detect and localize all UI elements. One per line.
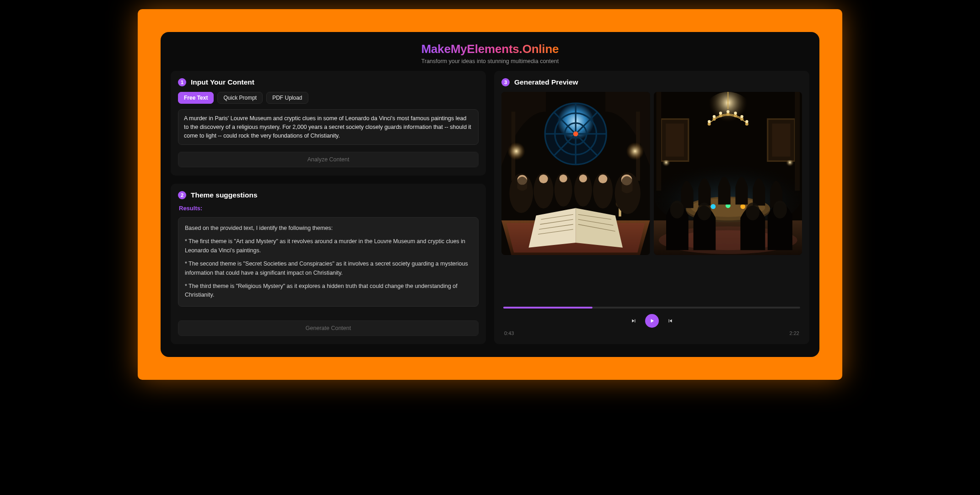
preview-panel-title: Generated Preview <box>514 78 578 86</box>
progress-fill <box>503 307 592 309</box>
svg-point-58 <box>712 115 715 118</box>
svg-point-62 <box>727 110 729 113</box>
svg-rect-42 <box>665 123 684 156</box>
preview-images <box>501 92 802 255</box>
svg-point-50 <box>745 123 748 125</box>
time-elapsed: 0:43 <box>504 330 514 336</box>
analyze-button[interactable]: Analyze Content <box>178 152 479 167</box>
prev-button[interactable] <box>630 317 638 325</box>
svg-point-37 <box>579 175 587 182</box>
svg-point-52 <box>740 118 743 120</box>
input-panel-title: Input Your Content <box>191 78 254 86</box>
theme-2: * The second theme is "Secret Societies … <box>185 260 472 277</box>
svg-point-38 <box>598 175 607 183</box>
svg-point-54 <box>734 114 736 117</box>
svg-point-35 <box>539 175 548 183</box>
step-badge-3: 3 <box>501 78 510 86</box>
svg-point-56 <box>707 120 710 123</box>
svg-point-72 <box>711 204 716 209</box>
svg-rect-44 <box>772 123 790 156</box>
progress-track[interactable] <box>503 307 800 309</box>
svg-point-36 <box>560 175 567 182</box>
svg-point-53 <box>719 114 722 117</box>
audio-player: 0:43 2:22 <box>501 307 802 336</box>
svg-point-75 <box>670 201 684 218</box>
preview-image-2[interactable] <box>654 92 802 255</box>
step-badge-1: 1 <box>178 78 186 86</box>
header: MakeMyElements.Online Transform your ide… <box>171 42 809 64</box>
svg-point-13 <box>626 142 644 160</box>
svg-point-60 <box>719 112 722 114</box>
themes-panel-title: Theme suggestions <box>191 191 258 199</box>
svg-point-68 <box>673 230 782 250</box>
svg-point-77 <box>746 202 759 220</box>
themes-panel: 2 Theme suggestions Results: Based on th… <box>171 184 486 344</box>
svg-point-57 <box>745 120 748 123</box>
theme-3: * The third theme is "Religious Mystery"… <box>185 282 472 300</box>
svg-point-51 <box>713 118 715 120</box>
generate-button[interactable]: Generate Content <box>178 320 479 336</box>
results-box: Based on the provided text, I identify t… <box>178 217 479 307</box>
time-total: 2:22 <box>790 330 799 336</box>
preview-panel: 3 Generated Preview <box>494 71 809 344</box>
app-title: MakeMyElements.Online <box>421 42 559 56</box>
tab-quick-prompt[interactable]: Quick Prompt <box>217 92 263 104</box>
svg-point-78 <box>773 201 786 218</box>
step-badge-2: 2 <box>178 191 186 199</box>
play-button[interactable] <box>645 314 659 328</box>
tab-pdf-upload[interactable]: PDF Upload <box>266 92 308 104</box>
svg-point-12 <box>507 142 525 160</box>
app-subtitle: Transform your ideas into stunning multi… <box>171 58 809 64</box>
tab-free-text[interactable]: Free Text <box>178 92 214 104</box>
app-window: MakeMyElements.Online Transform your ide… <box>161 32 819 357</box>
results-intro: Based on the provided text, I identify t… <box>185 224 472 233</box>
svg-rect-45 <box>656 92 661 191</box>
input-tabs: Free Text Quick Prompt PDF Upload <box>178 92 479 104</box>
svg-point-63 <box>660 160 672 172</box>
theme-1: * The first theme is "Art and Mystery" a… <box>185 237 472 255</box>
content-textarea[interactable] <box>178 109 479 145</box>
svg-point-59 <box>740 115 743 118</box>
svg-point-55 <box>727 113 729 115</box>
svg-point-74 <box>740 204 745 209</box>
results-label: Results: <box>179 205 478 212</box>
orange-frame: MakeMyElements.Online Transform your ide… <box>138 9 842 380</box>
svg-point-49 <box>708 123 710 125</box>
svg-rect-46 <box>795 92 800 191</box>
svg-point-61 <box>734 112 737 114</box>
svg-point-11 <box>573 132 578 137</box>
svg-point-76 <box>697 202 711 220</box>
next-button[interactable] <box>666 317 674 325</box>
preview-image-1[interactable] <box>501 92 650 255</box>
input-panel: 1 Input Your Content Free Text Quick Pro… <box>171 71 486 176</box>
svg-point-64 <box>784 160 796 172</box>
